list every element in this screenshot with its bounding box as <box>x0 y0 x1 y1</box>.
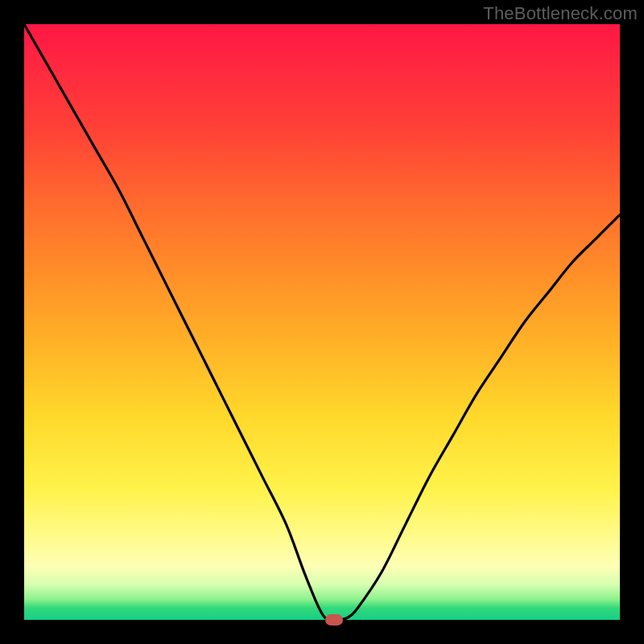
curve-path <box>24 24 620 620</box>
watermark-text: TheBottleneck.com <box>483 3 638 24</box>
minimum-marker <box>325 614 343 625</box>
chart-frame: TheBottleneck.com <box>0 0 644 644</box>
bottleneck-curve <box>24 24 620 620</box>
plot-area <box>24 24 620 620</box>
